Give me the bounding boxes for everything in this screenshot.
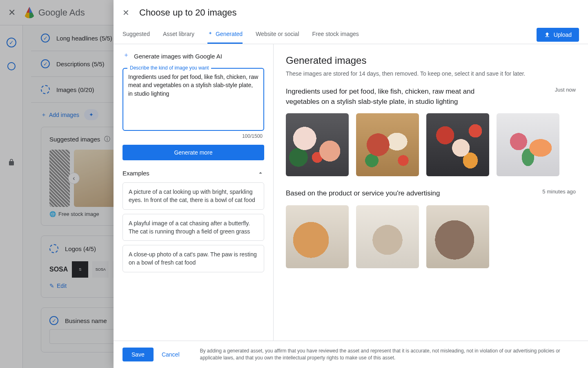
tab-generated[interactable]: Generated [207,25,243,44]
sparkle-icon [122,52,130,60]
prompt-field-label: Describe the kind of image you want [127,65,211,71]
example-prompt[interactable]: A picture of a cat looking up with brigh… [122,182,264,210]
upload-icon [544,31,550,38]
save-button[interactable]: Save [122,348,154,361]
batch-title: Based on the product or service you're a… [286,188,440,199]
tab-suggested[interactable]: Suggested [122,25,150,44]
results-title: Generated images [286,55,576,66]
disclaimer-text: By adding a generated asset, you affirm … [200,348,579,361]
dialog-tabs: Suggested Asset library Generated Websit… [114,25,588,44]
generated-image[interactable] [286,205,349,268]
generated-image[interactable] [426,113,489,176]
generated-image[interactable] [426,205,489,268]
close-dialog-button[interactable]: ✕ [122,8,129,18]
upload-button[interactable]: Upload [537,28,579,42]
generate-header: Generate images with Google AI [134,53,222,60]
image-picker-dialog: ✕ Choose up to 20 images Suggested Asset… [114,0,588,368]
prompt-panel: Generate images with Google AI Describe … [114,44,274,341]
dialog-title: Choose up to 20 images [139,7,237,18]
generated-image[interactable] [497,113,559,176]
prompt-field[interactable]: Describe the kind of image you want Ingr… [122,68,264,131]
tab-free-stock[interactable]: Free stock images [312,25,359,44]
dialog-footer: Save Cancel By adding a generated asset,… [114,341,588,368]
example-prompt[interactable]: A close-up photo of a cat's paw. The paw… [122,245,264,272]
examples-toggle[interactable]: Examples [122,169,264,177]
char-counter: 100/1500 [122,133,263,139]
prompt-textarea[interactable]: Ingredients used for pet food, like fish… [128,73,258,126]
sparkle-icon [207,31,213,37]
batch-timestamp: 5 minutes ago [542,188,576,195]
generated-image[interactable] [356,113,419,176]
chevron-up-icon [257,169,264,177]
tab-website-social[interactable]: Website or social [256,25,299,44]
batch-timestamp: Just now [555,87,576,93]
batch-title: Ingredients used for pet food, like fish… [286,87,503,107]
example-prompt[interactable]: A playful image of a cat chasing after a… [122,214,264,241]
generated-image[interactable] [286,113,349,176]
generated-image[interactable] [356,205,419,268]
results-panel: Generated images These images are stored… [274,44,588,341]
generate-more-button[interactable]: Generate more [122,145,264,160]
results-subtitle: These images are stored for 14 days, the… [286,70,576,77]
tab-asset-library[interactable]: Asset library [163,25,194,44]
cancel-button[interactable]: Cancel [162,351,180,358]
